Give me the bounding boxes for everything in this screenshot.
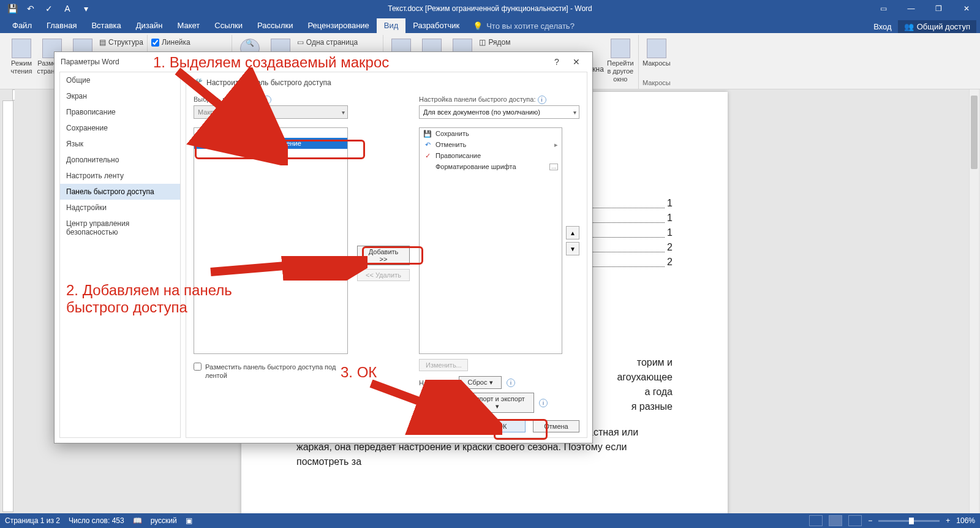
cat-customize-ribbon[interactable]: Настроить ленту <box>60 168 180 184</box>
choose-commands-combo[interactable]: Макросы <box>194 105 348 119</box>
commands-listbox[interactable]: <Разделитель> ⚙Normal.NewMacros.Ударение <box>194 127 348 354</box>
options-category-list: Общие Экран Правописание Сохранение Язык… <box>59 72 181 438</box>
zoom-out-icon[interactable]: − <box>868 516 872 525</box>
add-button[interactable]: Добавить >> <box>357 246 410 265</box>
info-icon[interactable]: i <box>263 96 271 104</box>
cat-advanced[interactable]: Дополнительно <box>60 152 180 168</box>
maximize-icon[interactable]: ❐ <box>925 0 952 17</box>
zoom-slider[interactable] <box>878 520 940 522</box>
info-icon[interactable]: i <box>539 399 548 407</box>
outline-button[interactable]: ▤ Структура <box>99 36 143 48</box>
undo-icon[interactable]: ↶ <box>22 1 39 16</box>
tab-home[interactable]: Главная <box>39 18 84 33</box>
qat-item[interactable]: Форматирование шрифта… <box>420 161 562 172</box>
switch-windows-button[interactable]: Перейти в другое окно <box>606 36 635 84</box>
tab-developer[interactable]: Разработчик <box>405 18 467 33</box>
ruler-checkbox[interactable]: Линейка <box>151 36 190 48</box>
move-up-button[interactable]: ▲ <box>566 226 579 239</box>
window-controls: ▭ — ❐ ✕ <box>870 0 980 17</box>
tab-layout[interactable]: Макет <box>170 18 207 33</box>
language-indicator[interactable]: русский <box>151 516 177 525</box>
choose-commands-label: Выбрать команды из: i <box>194 96 348 104</box>
cat-addins[interactable]: Надстройки <box>60 200 180 216</box>
cat-general[interactable]: Общие <box>60 72 180 88</box>
side-by-side-button[interactable]: ◫ Рядом <box>479 36 603 48</box>
qat-listbox[interactable]: 💾Сохранить ↶Отменить▸ ✓Правописание Форм… <box>419 127 562 354</box>
zoom-level[interactable]: 106% <box>956 516 975 525</box>
minimize-icon[interactable]: — <box>897 0 925 17</box>
vertical-ruler[interactable] <box>2 100 13 512</box>
font-format-icon[interactable]: A <box>59 1 76 16</box>
ribbon-display-icon[interactable]: ▭ <box>870 0 897 17</box>
share-icon: 👥 <box>904 22 914 31</box>
cat-language[interactable]: Язык <box>60 136 180 152</box>
tab-mailings[interactable]: Рассылки <box>250 18 300 33</box>
tab-insert[interactable]: Вставка <box>84 18 128 33</box>
lightbulb-icon: 💡 <box>473 21 483 31</box>
show-below-ribbon-checkbox[interactable]: Разместить панель быстрого доступа под л… <box>194 363 341 380</box>
font-format-icon <box>423 162 432 171</box>
read-mode-view-icon[interactable] <box>809 515 823 526</box>
import-export-button[interactable]: Импорт и экспорт ▾ <box>461 393 534 413</box>
zoom-in-icon[interactable]: + <box>946 516 950 525</box>
save-icon: 💾 <box>423 129 432 138</box>
read-mode-button[interactable]: Режим чтения <box>7 36 36 75</box>
qat-item[interactable]: 💾Сохранить <box>420 128 562 139</box>
quick-access-toolbar: 💾 ↶ ✓ A ▾ <box>0 1 94 16</box>
separator-item[interactable]: <Разделитель> <box>194 128 347 138</box>
ok-button[interactable]: ОК <box>479 420 526 432</box>
reset-button[interactable]: Сброс ▾ <box>459 376 502 389</box>
word-count[interactable]: Число слов: 453 <box>69 516 124 525</box>
spellcheck-status-icon[interactable]: 📖 <box>133 516 142 525</box>
qat-dropdown-icon[interactable]: ▾ <box>77 1 94 16</box>
group-label-macros: Макросы <box>643 79 671 88</box>
dialog-title: Параметры Word <box>61 58 119 66</box>
remove-button[interactable]: << Удалить <box>357 269 410 281</box>
cancel-button[interactable]: Отмена <box>533 420 579 432</box>
undo-icon: ↶ <box>423 140 432 149</box>
cat-display[interactable]: Экран <box>60 88 180 104</box>
modify-button[interactable]: Изменить... <box>419 359 468 371</box>
close-icon[interactable]: ✕ <box>952 0 980 17</box>
signin-link[interactable]: Вход <box>873 22 891 31</box>
target-document-combo[interactable]: Для всех документов (по умолчанию) <box>419 105 579 119</box>
share-label: Общий доступ <box>917 22 970 31</box>
cat-save[interactable]: Сохранение <box>60 120 180 136</box>
save-icon[interactable]: 💾 <box>4 1 21 16</box>
macro-item[interactable]: ⚙Normal.NewMacros.Ударение <box>194 138 347 149</box>
qat-item[interactable]: ✓Правописание <box>420 150 562 161</box>
add-remove-buttons: Добавить >> << Удалить <box>353 96 414 431</box>
info-icon[interactable]: i <box>507 379 515 387</box>
tab-design[interactable]: Дизайн <box>129 18 170 33</box>
dialog-help-icon[interactable]: ? <box>547 53 567 70</box>
tell-me-search[interactable]: 💡 Что вы хотите сделать? <box>467 19 581 33</box>
cat-trust-center[interactable]: Центр управления безопасностью <box>60 216 180 240</box>
one-page-button[interactable]: ▭ Одна страница <box>297 36 380 48</box>
customize-qat-label: Настройка панели быстрого доступа: i <box>419 96 579 104</box>
cat-proofing[interactable]: Правописание <box>60 104 180 120</box>
tab-file[interactable]: Файл <box>5 18 39 33</box>
spellcheck-icon: ✓ <box>423 151 432 160</box>
tell-me-placeholder: Что вы хотите сделать? <box>486 21 575 31</box>
title-bar: 💾 ↶ ✓ A ▾ Текст.docx [Режим ограниченной… <box>0 0 980 17</box>
move-down-button[interactable]: ▼ <box>566 242 579 255</box>
spellcheck-icon[interactable]: ✓ <box>40 1 58 16</box>
tab-view[interactable]: Вид <box>377 18 406 33</box>
dialog-close-icon[interactable]: ✕ <box>567 53 586 70</box>
print-layout-view-icon[interactable] <box>829 515 842 526</box>
window-title: Текст.docx [Режим ограниченной функциона… <box>388 4 592 13</box>
macro-recording-icon[interactable]: ▣ <box>186 516 192 525</box>
page-indicator[interactable]: Страница 1 из 2 <box>5 516 60 525</box>
customizations-label: Настройки: <box>419 379 454 387</box>
tab-review[interactable]: Рецензирование <box>300 18 376 33</box>
info-icon[interactable]: i <box>538 96 546 104</box>
web-layout-view-icon[interactable] <box>848 515 862 526</box>
cat-qat[interactable]: Панель быстрого доступа <box>60 184 180 200</box>
tab-references[interactable]: Ссылки <box>207 18 250 33</box>
macros-button[interactable]: Макросы <box>643 36 671 67</box>
qat-item[interactable]: ↶Отменить▸ <box>420 139 562 150</box>
status-bar: Страница 1 из 2 Число слов: 453 📖 русски… <box>0 513 980 528</box>
vertical-scrollbar[interactable] <box>969 89 979 513</box>
ribbon-tabs: Файл Главная Вставка Дизайн Макет Ссылки… <box>0 17 980 33</box>
share-button[interactable]: 👥 Общий доступ <box>898 20 976 33</box>
